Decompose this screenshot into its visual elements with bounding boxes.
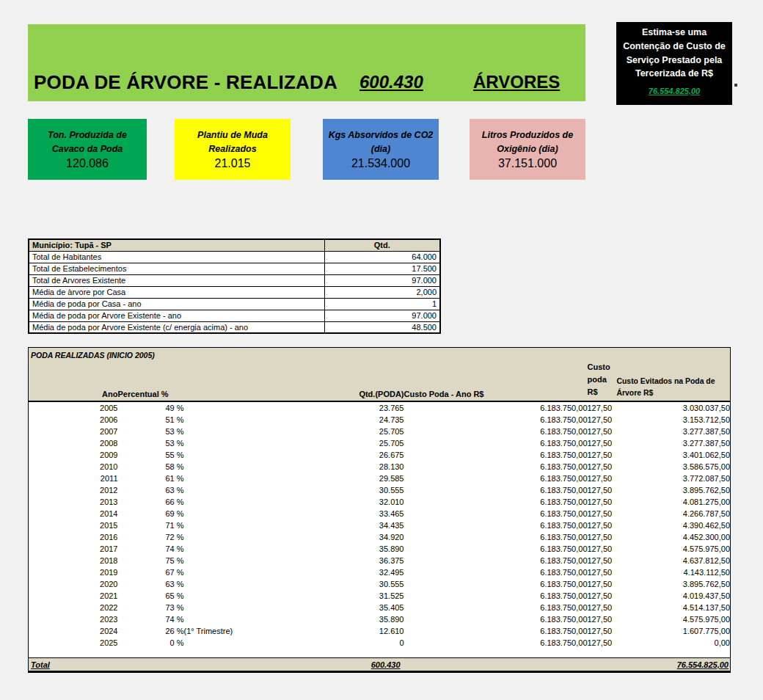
cell-ano: 2023 [29,613,118,625]
table-row: Total de Estabelecimentos17.500 [29,263,440,274]
cell-custo-poda: 127,50 [588,578,617,590]
cell-percentual: 63 % [118,484,184,496]
cell-custo-ano: 6.183.750,00 [404,484,588,496]
cell-custo-ano: 6.183.750,00 [404,473,588,484]
cell-custo-poda: 127,50 [588,519,617,531]
cell-note [184,578,316,590]
table-row: 201058 %28.1306.183.750,00127,503.586.57… [29,461,731,473]
cell-percentual: 72 % [118,531,184,543]
cell-custo-evitado: 3.895.762,50 [617,578,731,590]
cell-percentual: 49 % [118,401,184,414]
kpi-label: Litros Produzidos de Oxigênio (dia) [474,128,581,156]
table-row: Média de àrvore por Casa2,000 [29,286,440,298]
cell-custo-evitado: 3.772.087,50 [617,473,731,484]
cell-custo-poda: 127,50 [588,414,617,426]
cell-custo-ano: 6.183.750,00 [404,401,588,414]
cell-custo-evitado: 1.607.775,00 [617,625,731,637]
trees-unit-label: ÁRVORES [473,72,560,92]
table-row: 200549 %23.7656.183.750,00127,503.030.03… [29,401,731,414]
muni-row-value: 64.000 [324,251,440,263]
cell-ano: 2018 [29,555,118,566]
cell-custo-poda: 127,50 [588,496,617,508]
cell-ano: 2013 [29,496,118,508]
table-header-row: Município: Tupã - SP Qtd. [29,239,440,251]
cell-custo-evitado: 4.575.975,00 [617,613,731,625]
cell-percentual: 55 % [118,449,184,461]
cell-custo-evitado: 3.277.387,50 [617,426,731,437]
col-header-custo-evitado: Custo Evitados na Poda de Árvore R$ [617,361,731,401]
cell-qtd-poda: 32.010 [316,496,404,508]
cell-ano: 2005 [29,401,118,414]
table-row: Média de poda por Arvore Existente - ano… [29,310,440,321]
cell-custo-ano: 6.183.750,00 [404,519,588,531]
cell-ano: 2009 [29,449,118,461]
kpi-value: 120.086 [66,157,109,170]
cell-custo-poda: 127,50 [588,555,617,566]
cell-percentual: 67 % [118,566,184,578]
muni-row-value: 1 [324,298,440,310]
table-row: 202165 %31.5256.183.750,00127,504.019.43… [29,590,731,602]
cell-percentual: 63 % [118,578,184,590]
cell-note: (1° Trimestre) [184,625,316,637]
total-row: Total 600.430 76.554.825,00 [29,658,731,672]
total-trees-value: 600.430 [359,72,423,92]
cell-note [184,473,316,484]
cost-estimate-value-link[interactable]: 76.554.825,00 [649,87,700,95]
cell-qtd-poda: 28.130 [316,461,404,473]
cell-note [184,437,316,449]
muni-row-value: 48.500 [324,321,440,333]
municipality-table: Município: Tupã - SP Qtd. Total de Habit… [28,238,441,334]
cell-qtd-poda: 36.375 [316,555,404,566]
cell-custo-poda: 127,50 [588,590,617,602]
cell-custo-poda: 127,50 [588,437,617,449]
cell-ano: 2022 [29,602,118,613]
cell-custo-ano: 6.183.750,00 [404,590,588,602]
cell-custo-evitado: 4.452.300,00 [617,531,731,543]
kpi-label: Plantiu de Muda Realizados [179,128,286,156]
table-row: 202063 %30.5556.183.750,00127,503.895.76… [29,578,731,590]
cell-custo-poda: 127,50 [588,531,617,543]
cell-custo-evitado: 4.081.275,00 [617,496,731,508]
cell-custo-poda: 127,50 [588,613,617,625]
main-title-banner: PODA DE ÁRVORE - REALIZADA 600.430 ÁRVOR… [28,24,585,101]
cell-note [184,496,316,508]
table-row: Média de poda por Casa - ano1 [29,298,440,310]
table-row: 201161 %29.5856.183.750,00127,503.772.08… [29,473,731,484]
cell-qtd-poda: 30.555 [316,578,404,590]
cell-custo-poda: 127,50 [588,566,617,578]
cell-qtd-poda: 23.765 [316,401,404,414]
cell-note [184,637,316,649]
cell-custo-evitado: 4.637.812,50 [617,555,731,566]
table-row: 201967 %32.4956.183.750,00127,504.143.11… [29,566,731,578]
muni-row-label: Média de poda por Arvore Existente (c/ e… [29,321,324,333]
kpi-value: 37.151.000 [498,157,557,170]
cell-custo-ano: 6.183.750,00 [404,449,588,461]
col-header-ano: Ano [29,361,118,401]
cell-qtd-poda: 35.890 [316,543,404,555]
cell-note [184,519,316,531]
cell-custo-evitado: 4.266.787,50 [617,508,731,519]
table-row: 201672 %34.9206.183.750,00127,504.452.30… [29,531,731,543]
cell-note [184,566,316,578]
cell-qtd-poda: 35.890 [316,613,404,625]
cell-ano: 2024 [29,625,118,637]
cell-qtd-poda: 34.920 [316,531,404,543]
cell-custo-poda: 127,50 [588,473,617,484]
table-row: 202426 %(1° Trimestre)12.6106.183.750,00… [29,625,731,637]
cell-qtd-poda: 31.525 [316,590,404,602]
cell-percentual: 69 % [118,508,184,519]
cell-percentual: 53 % [118,426,184,437]
kpi-co2-absorvido: Kgs Absorvidos de CO2 (dia) 21.534.000 [323,119,439,180]
cell-custo-evitado: 4.390.462,50 [617,519,731,531]
cell-qtd-poda: 26.675 [316,449,404,461]
cell-ano: 2017 [29,543,118,555]
cell-ano: 2008 [29,437,118,449]
qty-column-header: Qtd. [324,239,440,251]
cell-custo-evitado: 4.143.112,50 [617,566,731,578]
cell-ano: 2025 [29,637,118,649]
cell-custo-poda: 127,50 [588,461,617,473]
tiny-marker-dot [734,84,737,87]
municipality-title: Município: Tupã - SP [29,239,324,251]
cost-estimate-text: Estima-se uma Contenção de Custo de Serv… [616,22,732,81]
cell-qtd-poda: 33.465 [316,508,404,519]
